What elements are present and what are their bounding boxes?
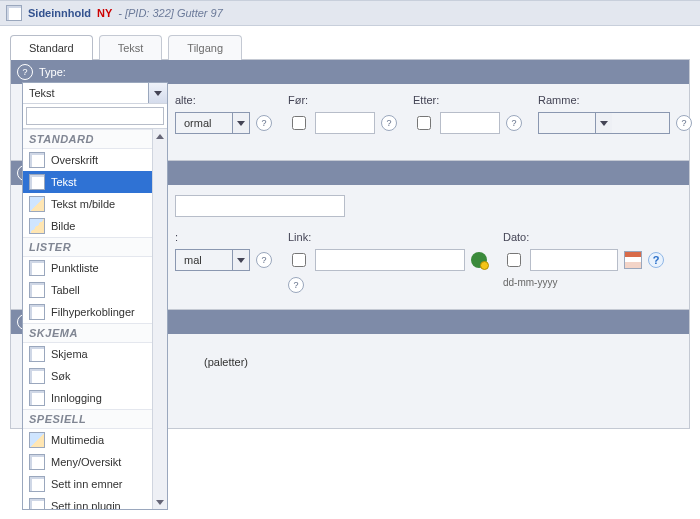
type-option-list: STANDARD Overskrift Tekst Tekst m/bilde … [23, 129, 167, 509]
type-option-overskrift[interactable]: Overskrift [23, 149, 167, 171]
link-checkbox[interactable] [292, 253, 306, 267]
type-option-tekst[interactable]: Tekst [23, 171, 167, 193]
help-icon[interactable]: ? [676, 115, 692, 131]
new-badge: NY [97, 7, 112, 19]
paletter-label: (paletter) [204, 356, 248, 368]
link-icon[interactable] [471, 252, 487, 268]
type-option-plugin[interactable]: Sett inn plugin [23, 495, 167, 509]
tab-tekst[interactable]: Tekst [99, 35, 163, 60]
table-icon [29, 282, 45, 298]
text-icon [29, 174, 45, 190]
type-search [23, 104, 167, 129]
dato-label: Dato: [503, 231, 664, 243]
chevron-down-icon[interactable] [232, 250, 249, 270]
help-icon[interactable]: ? [506, 115, 522, 131]
scroll-up-icon[interactable] [153, 129, 167, 143]
type-option-tekst-bilde[interactable]: Tekst m/bilde [23, 193, 167, 215]
etter-input[interactable] [440, 112, 500, 134]
tab-tilgang[interactable]: Tilgang [168, 35, 242, 60]
tab-bar: Standard Tekst Tilgang [0, 26, 700, 59]
dato-hint: dd-mm-yyyy [503, 277, 664, 288]
help-icon[interactable]: ? [381, 115, 397, 131]
page-title: Sideinnhold [28, 7, 91, 19]
link-input[interactable] [315, 249, 465, 271]
alte-combo[interactable]: ormal [175, 112, 250, 134]
al-combo[interactable]: mal [175, 249, 250, 271]
scroll-track[interactable] [153, 143, 167, 495]
for-input[interactable] [315, 112, 375, 134]
type-search-input[interactable] [26, 107, 164, 125]
page-header: Sideinnhold NY - [PID: 322] Gutter 97 [0, 0, 700, 26]
form-icon [29, 346, 45, 362]
overskrift-input[interactable] [175, 195, 345, 217]
text-image-icon [29, 196, 45, 212]
dropdown-group: SPESIELL [23, 409, 167, 429]
heading-icon [29, 152, 45, 168]
for-checkbox[interactable] [292, 116, 306, 130]
scroll-down-icon[interactable] [153, 495, 167, 509]
help-icon[interactable]: ? [288, 277, 304, 293]
type-label: Type: [39, 66, 66, 78]
help-icon[interactable]: ? [256, 252, 272, 268]
for-label: Før: [288, 94, 397, 106]
help-icon[interactable]: ? [256, 115, 272, 131]
type-combo[interactable]: Tekst [23, 83, 167, 104]
alte-label: alte: [175, 94, 272, 106]
chevron-down-icon[interactable] [148, 83, 167, 103]
type-option-punktliste[interactable]: Punktliste [23, 257, 167, 279]
multimedia-icon [29, 432, 45, 448]
tab-standard[interactable]: Standard [10, 35, 93, 60]
chevron-down-icon[interactable] [595, 113, 612, 133]
file-links-icon [29, 304, 45, 320]
field-for: Før: ? [288, 94, 397, 134]
login-icon [29, 390, 45, 406]
al-label: : [175, 231, 272, 243]
search-icon [29, 368, 45, 384]
type-option-filhyperkoblinger[interactable]: Filhyperkoblinger [23, 301, 167, 323]
help-icon[interactable]: ? [17, 64, 33, 80]
dropdown-group: STANDARD [23, 129, 167, 149]
list-icon [29, 260, 45, 276]
chevron-down-icon[interactable] [232, 113, 249, 133]
link-label: Link: [288, 231, 487, 243]
type-option-tabell[interactable]: Tabell [23, 279, 167, 301]
field-alte: alte: ormal ? [175, 94, 272, 134]
calendar-icon[interactable] [624, 251, 642, 269]
dato-input[interactable] [530, 249, 618, 271]
etter-checkbox[interactable] [417, 116, 431, 130]
dato-checkbox[interactable] [507, 253, 521, 267]
dropdown-group: SKJEMA [23, 323, 167, 343]
dropdown-group: LISTER [23, 237, 167, 257]
info-icon[interactable]: ? [648, 252, 664, 268]
type-option-skjema[interactable]: Skjema [23, 343, 167, 365]
type-option-bilde[interactable]: Bilde [23, 215, 167, 237]
ramme-label: Ramme: [538, 94, 692, 106]
section-head-type: ? Type: [11, 60, 689, 84]
records-icon [29, 476, 45, 492]
image-icon [29, 218, 45, 234]
type-option-sok[interactable]: Søk [23, 365, 167, 387]
document-icon [6, 5, 22, 21]
field-ramme: Ramme: ? [538, 94, 692, 134]
type-option-multimedia[interactable]: Multimedia [23, 429, 167, 451]
field-al: : mal ? [175, 231, 272, 271]
menu-icon [29, 454, 45, 470]
type-option-emner[interactable]: Sett inn emner [23, 473, 167, 495]
type-dropdown: Tekst STANDARD Overskrift Tekst Tekst m/… [22, 82, 168, 510]
field-etter: Etter: ? [413, 94, 522, 134]
type-option-meny[interactable]: Meny/Oversikt [23, 451, 167, 473]
dropdown-scrollbar[interactable] [152, 129, 167, 509]
field-dato: Dato: ? dd-mm-yyyy [503, 231, 664, 288]
etter-label: Etter: [413, 94, 522, 106]
ramme-combo[interactable] [538, 112, 670, 134]
plugin-icon [29, 498, 45, 509]
pid-label: - [PID: 322] Gutter 97 [118, 7, 223, 19]
type-option-innlogging[interactable]: Innlogging [23, 387, 167, 409]
field-link: Link: ? [288, 231, 487, 293]
